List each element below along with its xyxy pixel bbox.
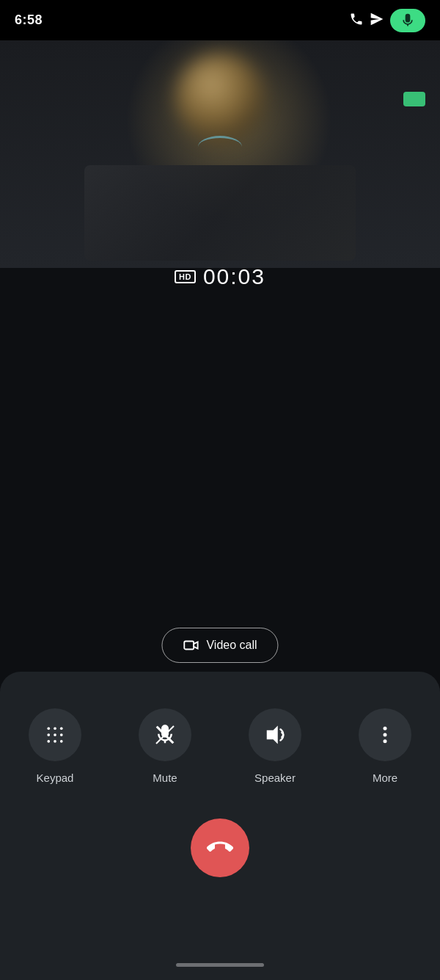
video-icon bbox=[183, 637, 199, 653]
svg-point-5 bbox=[54, 733, 56, 736]
video-call-label: Video call bbox=[206, 639, 257, 652]
mic-active-pill bbox=[390, 9, 425, 32]
avatar-neckline bbox=[198, 136, 242, 158]
mute-label: Mute bbox=[153, 772, 177, 784]
keypad-control[interactable]: Keypad bbox=[29, 708, 81, 784]
end-call-icon bbox=[207, 835, 233, 861]
more-button[interactable] bbox=[359, 708, 411, 761]
timer-display: 00:03 bbox=[203, 264, 265, 289]
status-icons bbox=[349, 9, 425, 32]
svg-point-9 bbox=[60, 740, 63, 743]
home-indicator bbox=[176, 963, 264, 967]
svg-rect-0 bbox=[184, 642, 194, 650]
more-label: More bbox=[373, 772, 397, 784]
svg-point-13 bbox=[384, 733, 387, 737]
more-control[interactable]: More bbox=[359, 708, 411, 784]
keypad-button[interactable] bbox=[29, 708, 81, 761]
keypad-label: Keypad bbox=[37, 772, 74, 784]
mute-control[interactable]: Mute bbox=[139, 708, 191, 784]
speaker-control[interactable]: Speaker bbox=[249, 708, 301, 784]
svg-point-7 bbox=[47, 740, 50, 743]
call-timer: HD 00:03 bbox=[175, 264, 265, 289]
mic-pill-icon bbox=[400, 13, 415, 28]
svg-marker-11 bbox=[267, 726, 278, 744]
svg-point-12 bbox=[384, 727, 387, 730]
phone-signal-icon bbox=[349, 12, 364, 29]
svg-point-8 bbox=[54, 740, 56, 743]
svg-point-3 bbox=[60, 727, 63, 730]
status-time: 6:58 bbox=[15, 12, 43, 28]
svg-point-6 bbox=[60, 733, 63, 736]
video-call-button[interactable]: Video call bbox=[161, 628, 278, 663]
mute-button[interactable] bbox=[139, 708, 191, 761]
speaker-icon bbox=[264, 724, 286, 746]
status-bar: 6:58 bbox=[0, 0, 440, 40]
video-status-dot bbox=[403, 92, 425, 106]
keypad-icon bbox=[44, 724, 66, 746]
svg-point-1 bbox=[47, 727, 50, 730]
video-preview bbox=[84, 165, 356, 261]
video-area bbox=[0, 40, 440, 268]
svg-point-14 bbox=[384, 739, 387, 743]
speaker-button[interactable] bbox=[249, 708, 301, 761]
end-call-button[interactable] bbox=[191, 819, 249, 877]
svg-point-2 bbox=[54, 727, 56, 730]
hd-badge: HD bbox=[175, 270, 196, 283]
controls-panel: Keypad Mute Speaker bbox=[0, 672, 440, 980]
controls-row: Keypad Mute Speaker bbox=[0, 672, 440, 791]
location-icon bbox=[370, 12, 384, 29]
speaker-label: Speaker bbox=[254, 772, 296, 784]
more-icon bbox=[374, 724, 396, 746]
avatar-blur bbox=[176, 54, 264, 142]
mute-icon bbox=[154, 724, 176, 746]
svg-point-4 bbox=[47, 733, 50, 736]
